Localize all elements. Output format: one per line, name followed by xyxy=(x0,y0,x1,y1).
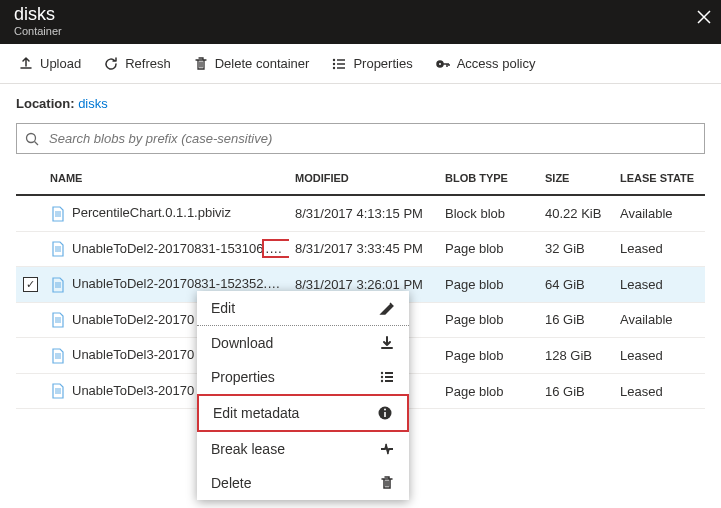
ctx-edit-label: Edit xyxy=(211,300,235,316)
cell-blob-type: Page blob xyxy=(439,338,539,374)
blade-header: disks Container xyxy=(0,0,721,44)
pencil-icon xyxy=(379,300,395,316)
cell-lease: Leased xyxy=(614,338,705,374)
upload-label: Upload xyxy=(40,56,81,71)
ctx-properties[interactable]: Properties xyxy=(197,360,409,394)
access-policy-button[interactable]: Access policy xyxy=(425,50,546,78)
breadcrumb: Location: disks xyxy=(0,84,721,119)
cell-size: 32 GiB xyxy=(539,231,614,267)
trash-icon xyxy=(193,56,209,72)
blade-subtitle: Container xyxy=(14,24,707,38)
svg-point-2 xyxy=(333,66,335,68)
col-blob-type[interactable]: BLOB TYPE xyxy=(439,162,539,195)
access-policy-label: Access policy xyxy=(457,56,536,71)
ctx-edit-metadata-label: Edit metadata xyxy=(213,405,299,421)
ctx-break-lease-label: Break lease xyxy=(211,441,285,457)
cell-blob-type: Page blob xyxy=(439,267,539,303)
close-button[interactable] xyxy=(697,8,711,29)
file-name: UnableToDel3-20170 xyxy=(72,347,194,362)
cell-name[interactable]: PercentileChart.0.1.1.pbiviz xyxy=(44,195,289,231)
checkbox-checked[interactable]: ✓ xyxy=(23,277,38,292)
svg-point-4 xyxy=(439,63,441,65)
context-menu: Edit Download Properties Edit metadata B… xyxy=(197,291,409,500)
table-row[interactable]: UnableToDel2-20170831-153106.vhd8/31/201… xyxy=(16,231,705,267)
ctx-properties-label: Properties xyxy=(211,369,275,385)
blade-title: disks xyxy=(14,4,707,24)
refresh-button[interactable]: Refresh xyxy=(93,50,181,78)
ctx-download-label: Download xyxy=(211,335,273,351)
cell-blob-type: Page blob xyxy=(439,231,539,267)
cell-modified: 8/31/2017 3:33:45 PM xyxy=(289,231,439,267)
cell-lease: Leased xyxy=(614,373,705,409)
delete-container-button[interactable]: Delete container xyxy=(183,50,320,78)
upload-button[interactable]: Upload xyxy=(8,50,91,78)
ctx-delete-label: Delete xyxy=(211,475,251,491)
command-bar: Upload Refresh Delete container Properti… xyxy=(0,44,721,84)
search-input[interactable] xyxy=(47,130,696,147)
cell-size: 16 GiB xyxy=(539,373,614,409)
svg-point-5 xyxy=(27,133,36,142)
cell-size: 40.22 KiB xyxy=(539,195,614,231)
location-label: Location: xyxy=(16,96,75,111)
highlighted-extension: .vhd xyxy=(262,239,289,258)
cell-size: 128 GiB xyxy=(539,338,614,374)
file-name: PercentileChart.0.1.1.pbiviz xyxy=(72,205,231,220)
ctx-delete[interactable]: Delete xyxy=(197,466,409,500)
download-icon xyxy=(379,335,395,351)
search-icon xyxy=(25,132,39,146)
col-name[interactable]: NAME xyxy=(44,162,289,195)
col-lease[interactable]: LEASE STATE xyxy=(614,162,705,195)
search-box[interactable] xyxy=(16,123,705,154)
ctx-edit-metadata[interactable]: Edit metadata xyxy=(197,394,409,432)
svg-point-11 xyxy=(384,409,386,411)
svg-point-7 xyxy=(381,376,383,378)
cell-size: 16 GiB xyxy=(539,302,614,338)
cell-lease: Available xyxy=(614,195,705,231)
file-icon xyxy=(50,312,66,328)
cell-lease: Available xyxy=(614,302,705,338)
table-row[interactable]: PercentileChart.0.1.1.pbiviz8/31/2017 4:… xyxy=(16,195,705,231)
cell-lease: Leased xyxy=(614,267,705,303)
cell-blob-type: Page blob xyxy=(439,302,539,338)
svg-point-0 xyxy=(333,58,335,60)
list-icon xyxy=(379,369,395,385)
properties-label: Properties xyxy=(353,56,412,71)
trash-icon xyxy=(379,475,395,491)
cell-blob-type: Page blob xyxy=(439,373,539,409)
cell-lease: Leased xyxy=(614,231,705,267)
file-icon xyxy=(50,383,66,399)
break-icon xyxy=(379,441,395,457)
ctx-edit[interactable]: Edit xyxy=(197,291,409,326)
file-name: UnableToDel3-20170 xyxy=(72,383,194,398)
refresh-icon xyxy=(103,56,119,72)
upload-icon xyxy=(18,56,34,72)
cell-blob-type: Block blob xyxy=(439,195,539,231)
ctx-break-lease[interactable]: Break lease xyxy=(197,432,409,466)
refresh-label: Refresh xyxy=(125,56,171,71)
file-icon xyxy=(50,206,66,222)
close-icon xyxy=(697,10,711,24)
delete-container-label: Delete container xyxy=(215,56,310,71)
properties-button[interactable]: Properties xyxy=(321,50,422,78)
file-name: UnableToDel2-20170 xyxy=(72,312,194,327)
cell-modified: 8/31/2017 4:13:15 PM xyxy=(289,195,439,231)
list-icon xyxy=(331,56,347,72)
file-icon xyxy=(50,348,66,364)
svg-point-1 xyxy=(333,62,335,64)
file-icon xyxy=(50,241,66,257)
ctx-download[interactable]: Download xyxy=(197,326,409,360)
key-icon xyxy=(435,56,451,72)
location-link[interactable]: disks xyxy=(78,96,108,111)
cell-name[interactable]: UnableToDel2-20170831-153106.vhd xyxy=(44,231,289,267)
file-icon xyxy=(50,277,66,293)
svg-point-8 xyxy=(381,380,383,382)
svg-point-6 xyxy=(381,372,383,374)
col-modified[interactable]: MODIFIED xyxy=(289,162,439,195)
col-size[interactable]: SIZE xyxy=(539,162,614,195)
svg-rect-10 xyxy=(384,412,386,417)
file-name: UnableToDel2-20170831-153106 xyxy=(72,241,264,256)
info-icon xyxy=(377,405,393,421)
cell-size: 64 GiB xyxy=(539,267,614,303)
file-name: UnableToDel2-20170831-152352.vhd xyxy=(72,276,288,291)
table-header: NAME MODIFIED BLOB TYPE SIZE LEASE STATE xyxy=(16,162,705,195)
